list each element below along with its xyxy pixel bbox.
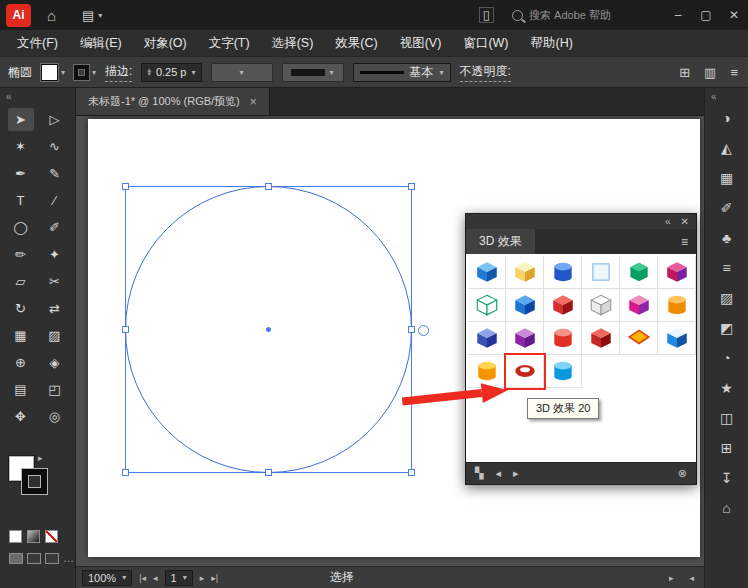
gradient-button[interactable] [27, 530, 40, 543]
3d-effect-4[interactable] [582, 256, 620, 289]
workspace-switcher[interactable]: ▤ ▾ [82, 8, 102, 23]
first-artboard-button[interactable]: |◂ [139, 573, 146, 583]
direct-selection-tool[interactable]: ▷ [42, 108, 68, 131]
3d-effect-8[interactable] [506, 289, 544, 322]
menu-type[interactable]: 文字(T) [198, 30, 261, 56]
pencil-tool[interactable]: ✏ [8, 243, 34, 266]
tab-close-icon[interactable]: × [250, 95, 257, 109]
3d-effect-9[interactable] [544, 289, 582, 322]
handle-middle-right[interactable] [408, 326, 415, 333]
menu-object[interactable]: 对象(O) [133, 30, 198, 56]
stroke-weight-field[interactable]: ▴▾ 0.25 p ▾ [141, 63, 201, 82]
draw-behind-button[interactable] [27, 553, 41, 564]
handle-top-left[interactable] [122, 183, 129, 190]
expand-panels-icon[interactable]: « [705, 88, 748, 102]
stroke-panel[interactable]: ≡ [722, 260, 730, 276]
3d-effect-21[interactable] [544, 355, 582, 388]
collapse-panel-icon[interactable]: « [665, 216, 671, 227]
arrange-documents-icon[interactable]: ▯ [479, 7, 494, 23]
transparency-panel[interactable]: ◩ [720, 320, 733, 336]
menu-view[interactable]: 视图(V) [389, 30, 453, 56]
shaper-tool[interactable]: ✦ [42, 243, 68, 266]
panel-menu-icon[interactable]: ≡ [681, 235, 688, 249]
3d-effect-5[interactable] [620, 256, 658, 289]
layers-panel[interactable]: ◫ [720, 410, 733, 426]
stroke-style-dropdown[interactable]: 基本 ▾ [353, 63, 451, 82]
3d-effect-7[interactable] [468, 289, 506, 322]
next-artboard-button[interactable]: ▸ [200, 573, 205, 583]
scroll-right-icon[interactable]: ▸ [669, 573, 674, 583]
lasso-tool[interactable]: ∿ [42, 135, 68, 158]
line-segment-tool[interactable]: ∕ [42, 189, 68, 212]
3d-effect-18[interactable] [658, 322, 696, 355]
hand-tool[interactable]: ✥ [8, 405, 34, 428]
3d-effect-13[interactable] [468, 322, 506, 355]
stroke-indicator[interactable] [22, 469, 47, 494]
artboard-tool[interactable]: ◰ [42, 378, 68, 401]
close-button[interactable]: ✕ [720, 0, 748, 30]
column-graph-tool[interactable]: ▤ [8, 378, 34, 401]
home-icon[interactable]: ⌂ [47, 7, 56, 24]
menu-window[interactable]: 窗口(W) [452, 30, 519, 56]
stepper-icon[interactable]: ▴▾ [147, 68, 151, 77]
handle-top-middle[interactable] [265, 183, 272, 190]
panel-tab-3d-effects[interactable]: 3D 效果 [466, 229, 535, 254]
menu-select[interactable]: 选择(S) [261, 30, 325, 56]
swatches-panel[interactable]: ▦ [720, 170, 733, 186]
handle-middle-left[interactable] [122, 326, 129, 333]
blend-tool[interactable]: ◈ [42, 351, 68, 374]
curvature-tool[interactable]: ✎ [42, 162, 68, 185]
shape-center-point[interactable] [266, 327, 271, 332]
menu-file[interactable]: 文件(F) [6, 30, 69, 56]
libraries-menu-icon[interactable]: ▚ [475, 467, 483, 480]
artboard-number-field[interactable]: 1 ▾ [165, 570, 193, 586]
3d-effect-16[interactable] [582, 322, 620, 355]
document-tab[interactable]: 未标题-1* @ 100% (RGB/预览) × [76, 88, 270, 115]
collapse-tools-icon[interactable]: « [0, 88, 75, 102]
gradient-tool[interactable]: ▨ [42, 324, 68, 347]
libraries-panel[interactable]: ⌂ [722, 500, 730, 516]
eraser-tool[interactable]: ▱ [8, 270, 34, 293]
magic-wand-tool[interactable]: ✶ [8, 135, 34, 158]
prev-artboard-button[interactable]: ◂ [153, 573, 158, 583]
asset-export-panel[interactable]: ↧ [721, 470, 733, 486]
gradient-panel[interactable]: ▨ [720, 290, 733, 306]
scroll-left-icon[interactable]: ◂ [689, 573, 694, 583]
type-tool[interactable]: T [8, 189, 34, 212]
zoom-tool[interactable]: ◎ [42, 405, 68, 428]
eyedropper-tool[interactable]: ⊕ [8, 351, 34, 374]
fill-color-control[interactable]: ▾ [41, 64, 65, 81]
scissors-tool[interactable]: ✂ [42, 270, 68, 293]
brushes-panel[interactable]: ✐ [721, 200, 733, 216]
color-panel[interactable]: ◑ [722, 110, 730, 126]
search-box[interactable]: 搜索 Adobe 帮助 [506, 6, 656, 25]
zoom-dropdown[interactable]: 100% ▾ [82, 570, 132, 586]
draw-inside-button[interactable] [45, 553, 59, 564]
menu-edit[interactable]: 编辑(E) [69, 30, 133, 56]
close-panel-icon[interactable]: ✕ [681, 216, 689, 227]
width-profile-dropdown[interactable]: ▾ [282, 63, 344, 82]
handle-top-right[interactable] [408, 183, 415, 190]
pen-tool[interactable]: ✒ [8, 162, 34, 185]
scale-tool[interactable]: ⇄ [42, 297, 68, 320]
3d-effect-1[interactable] [468, 256, 506, 289]
last-artboard-button[interactable]: ▸| [211, 573, 218, 583]
next-item-icon[interactable]: ▸ [513, 467, 519, 480]
3d-effect-2[interactable] [506, 256, 544, 289]
edit-toolbar-icon[interactable]: … [63, 553, 74, 564]
align-panel-icon[interactable]: ▥ [704, 65, 716, 80]
menu-effect[interactable]: 效果(C) [324, 30, 388, 56]
handle-bottom-right[interactable] [408, 469, 415, 476]
3d-effect-11[interactable] [620, 289, 658, 322]
3d-effect-10[interactable] [582, 289, 620, 322]
appearance-panel[interactable]: ◔ [722, 350, 730, 366]
selection-bounding-box[interactable] [125, 186, 412, 473]
symbols-panel[interactable]: ♣ [722, 230, 731, 246]
brush-definition-dropdown[interactable]: ▾ [211, 63, 273, 82]
handle-bottom-middle[interactable] [265, 469, 272, 476]
3d-effect-14[interactable] [506, 322, 544, 355]
live-shape-widget[interactable] [418, 325, 429, 336]
color-guide-panel[interactable]: ◭ [721, 140, 732, 156]
none-button[interactable] [45, 530, 58, 543]
draw-normal-button[interactable] [9, 553, 23, 564]
